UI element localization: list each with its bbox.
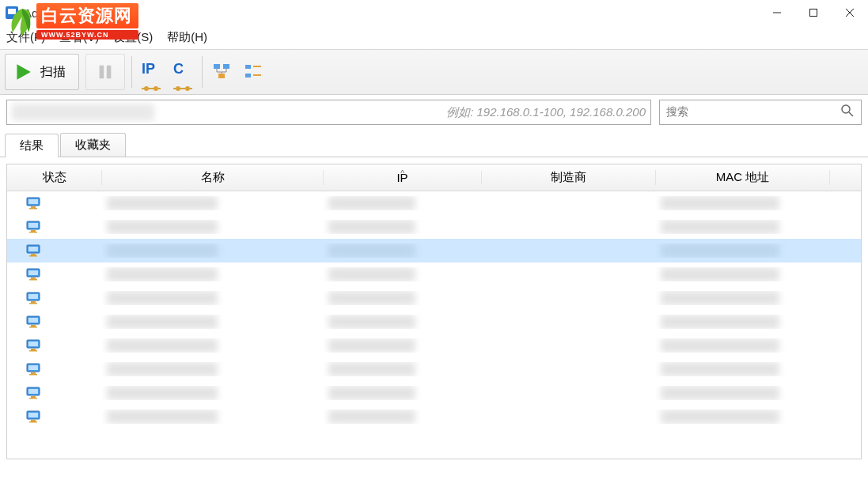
redacted-value [107,362,218,376]
svg-rect-50 [29,350,37,352]
svg-rect-53 [31,372,36,374]
svg-rect-62 [29,421,37,423]
minimize-button[interactable] [759,0,795,25]
pause-button[interactable] [85,54,125,90]
svg-rect-40 [28,294,38,299]
redacted-value [107,196,218,210]
svg-line-22 [849,112,853,116]
redacted-value [107,291,218,305]
host-online-icon [26,221,40,233]
expand-tree-button[interactable] [209,54,234,90]
svg-rect-6 [100,66,104,79]
table-row[interactable] [7,405,861,429]
svg-rect-58 [29,398,37,399]
table-row[interactable] [7,334,861,357]
svg-rect-48 [28,342,38,346]
svg-rect-28 [28,223,38,228]
menu-file[interactable]: 文件(F) [6,30,45,45]
tab-divider [0,157,868,157]
table-row[interactable] [7,239,861,262]
svg-rect-49 [31,349,36,350]
collapse-tree-button[interactable] [241,54,266,90]
table-row[interactable] [7,286,861,310]
host-online-icon [26,268,40,281]
menu-settings[interactable]: 设置(S) [113,30,153,45]
svg-rect-17 [245,65,251,69]
cell-name [102,267,324,281]
svg-point-21 [842,105,850,113]
c-tool-button[interactable]: C [170,54,195,90]
svg-rect-61 [31,420,36,421]
svg-rect-15 [223,64,229,69]
svg-rect-16 [218,74,225,78]
scan-button[interactable]: 扫描 [5,54,79,90]
cell-name [102,244,324,258]
cell-mac [656,196,830,210]
c-icon: C [173,61,192,84]
host-online-icon [26,410,40,423]
col-mac[interactable]: MAC 地址 [656,170,830,185]
redacted-value [328,338,415,353]
input-row: 例如: 192.168.0.1-100, 192.168.0.200 搜索 [0,95,868,130]
redacted-value [661,410,779,424]
svg-rect-45 [31,325,36,327]
cell-name [102,362,324,376]
table-body[interactable] [7,191,861,459]
redacted-value [328,244,415,258]
menu-help[interactable]: 帮助(H) [167,30,207,45]
cell-status [7,197,102,210]
redacted-value [107,338,218,353]
svg-rect-24 [28,199,38,204]
cell-ip [324,220,482,234]
tab-results[interactable]: 结果 [5,134,59,157]
svg-rect-41 [31,301,36,303]
cell-status [7,363,102,376]
menu-view[interactable]: 查看(V) [59,30,99,45]
cell-ip [324,362,482,376]
svg-rect-42 [29,303,37,304]
cell-mac [656,338,830,353]
redacted-value [107,315,218,329]
search-input[interactable]: 搜索 [659,100,862,125]
svg-rect-26 [29,208,37,210]
cell-name [102,291,324,305]
cell-ip [324,244,482,258]
ip-range-input[interactable]: 例如: 192.168.0.1-100, 192.168.0.200 [6,100,651,125]
svg-point-13 [185,86,190,91]
cell-name [102,220,324,234]
svg-point-12 [176,86,180,91]
maximize-button[interactable] [795,0,832,25]
search-icon [840,104,855,122]
table-row[interactable] [7,262,861,286]
cell-name [102,338,324,353]
col-ip[interactable]: IP [324,171,482,184]
cell-status [7,339,102,352]
window-title: Advanced IP Scanner [24,6,138,20]
redacted-value [107,244,218,258]
tab-strip: 结果 收藏夹 [0,130,868,157]
table-row[interactable] [7,381,861,405]
close-button[interactable] [832,0,868,25]
table-row[interactable] [7,310,861,334]
ip-tool-button[interactable]: IP [138,54,164,90]
cell-ip [324,267,482,281]
cell-name [102,315,324,329]
title-bar: Advanced IP Scanner [0,0,868,25]
col-name[interactable]: 名称 [102,170,324,185]
svg-rect-44 [28,318,38,323]
pause-icon [94,61,116,83]
table-row[interactable] [7,215,861,239]
redacted-value [661,267,779,281]
redacted-value [328,362,415,376]
svg-rect-57 [31,396,36,398]
table-row[interactable] [7,357,861,381]
table-row[interactable] [7,191,861,215]
redacted-value [661,196,779,210]
col-manufacturer[interactable]: 制造商 [482,170,656,185]
toolbar-separator [131,56,132,88]
tab-favorites[interactable]: 收藏夹 [60,133,126,157]
svg-point-9 [144,86,149,91]
cell-status [7,410,102,423]
col-status[interactable]: 状态 [7,170,102,185]
cell-ip [324,291,482,305]
